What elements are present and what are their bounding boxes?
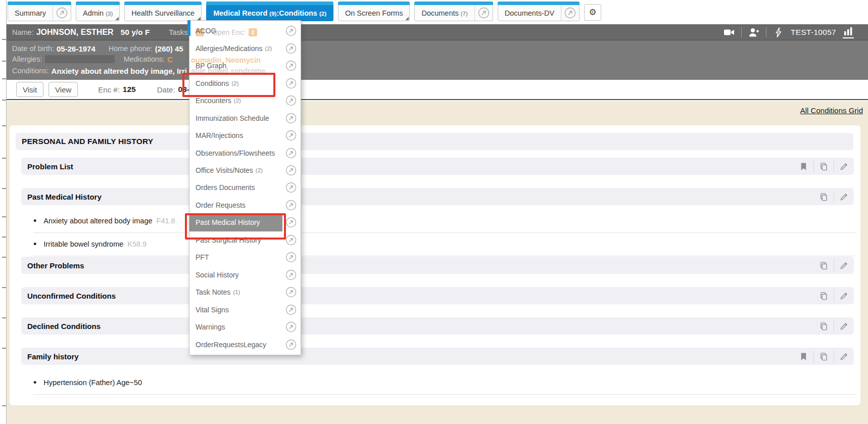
bookmark-icon[interactable] [799,352,808,361]
bullet-icon: • [33,240,36,249]
menu-item-task-notes[interactable]: Task Notes(1) [189,284,301,301]
section-family-history: Family history [21,348,854,365]
open-in-new-icon[interactable] [285,287,297,298]
edit-pencil-icon[interactable] [839,352,849,361]
copy-icon[interactable] [819,321,829,331]
open-in-new-icon[interactable] [285,165,297,176]
open-in-new-icon[interactable] [285,234,297,246]
list-item: • Hypertension (Father) Age~50 [33,371,857,395]
bookmark-icon[interactable] [799,162,808,171]
bar-chart-icon[interactable] [843,26,854,38]
menu-item-warnings[interactable]: Warnings [189,318,301,336]
visit-button[interactable]: Visit [16,82,43,97]
menu-item-observations-flowsheets[interactable]: Observations/Flowsheets [189,144,301,161]
divider [813,350,814,362]
open-in-new-icon[interactable] [285,339,297,350]
edit-pencil-icon[interactable] [839,162,849,171]
edit-pencil-icon[interactable] [839,321,849,331]
gutter-tick [2,78,6,79]
tab-summary-open-button[interactable] [53,2,71,21]
annotation-box-conditions [182,73,275,97]
copy-icon[interactable] [819,261,829,270]
edit-pencil-icon[interactable] [839,291,849,301]
edit-pencil-icon[interactable] [839,261,849,270]
menu-item-pft[interactable]: PFT [189,249,301,266]
enc-number-value: 125 [123,85,136,94]
open-in-new-icon[interactable] [285,25,297,36]
dob-value: 05-26-1974 [57,44,95,53]
view-button[interactable]: View [49,82,78,97]
medications-value: C [167,55,173,64]
menu-item-office-visits-notes[interactable]: Office Visits/Notes(2) [189,162,301,179]
copy-icon[interactable] [819,192,829,202]
copy-icon[interactable] [819,162,829,171]
tab-medical-record[interactable]: Medical Record (9) :Conditions (2) [206,2,333,21]
gutter-tick [2,100,6,101]
menu-item-social-history[interactable]: Social History [189,266,301,284]
divider [834,320,834,332]
tab-count: (7) [461,10,468,17]
all-conditions-grid-link[interactable]: All Conditions Grid [800,106,863,115]
video-camera-icon[interactable] [724,27,735,38]
settings-button[interactable]: ⚙ [584,4,601,21]
gutter-tick [2,158,6,159]
open-in-new-icon[interactable] [285,130,297,141]
open-in-new-icon[interactable] [285,200,297,211]
open-in-new-icon[interactable] [285,321,297,333]
gutter-tick [2,216,6,217]
tab-documents-dv-open-button[interactable] [561,2,579,21]
tab-summary[interactable]: Summary [8,2,71,21]
open-in-new-icon[interactable] [285,217,297,228]
menu-item-bp-graph[interactable]: BP Graph [189,57,301,74]
active-tab-connector [187,20,190,36]
gutter-tick [2,348,6,349]
enc-number-label: Enc #: [98,85,120,94]
lightning-icon[interactable] [773,27,784,38]
menu-item-allergies-medications[interactable]: Allergies/Medications(2) [189,39,301,57]
menu-item-immunization-schedule[interactable]: Immunization Schedule [189,109,301,126]
open-in-new-icon[interactable] [285,252,297,263]
gutter-tick [2,39,6,40]
personal-family-history-panel: PERSONAL AND FAMILY HISTORY Problem List… [10,125,860,405]
copy-icon[interactable] [819,352,829,361]
gutter-tick [2,287,6,288]
open-in-new-icon[interactable] [285,43,297,54]
menu-item-mar-injections[interactable]: MAR/Injections [189,127,301,144]
tasks-label: Tasks [169,28,187,36]
gutter-tick [2,257,6,258]
open-in-new-icon[interactable] [285,182,297,193]
open-in-new-icon[interactable] [285,113,297,124]
menu-item-acog[interactable]: ACOG [189,22,301,39]
conditions-label: Conditions: [12,67,49,75]
menu-item-vital-signs[interactable]: Vital Signs [189,301,301,318]
open-in-new-icon[interactable] [285,304,297,315]
conditions-value: Anxiety about altered body image, Irri [52,67,187,75]
open-in-new-icon[interactable] [285,60,297,71]
menu-item-orders-documents[interactable]: Orders Documents [189,179,301,196]
patient-demographics: Date of birth: 05-26-1974 Home phone: (2… [6,40,868,76]
tab-health-surveillance[interactable]: Health Surveillance [124,2,202,21]
tab-on-screen-forms[interactable]: On Screen Forms [338,2,410,21]
open-in-new-icon[interactable] [285,148,297,159]
medications-label: Medications: [124,55,165,63]
edit-pencil-icon[interactable] [839,192,849,202]
tab-documents[interactable]: Documents (7) [414,2,493,21]
gutter-tick [2,61,6,62]
copy-icon[interactable] [819,291,829,301]
list-item: • Irritable bowel syndrome K58.9 [33,232,857,256]
home-phone-value: (260) 45 [155,44,183,53]
account-number: TEST-10057 [791,28,836,37]
menu-item-orderrequestslegacy[interactable]: OrderRequestsLegacy [189,336,301,353]
open-in-new-icon[interactable] [285,95,297,106]
gutter-tick [2,237,6,238]
tab-documents-dv[interactable]: Documents-DV [498,2,580,21]
allergies-label: Allergies: [12,55,42,63]
tab-documents-open-button[interactable] [474,2,493,21]
add-person-icon[interactable] [748,27,759,38]
open-in-new-icon[interactable] [285,269,297,280]
bullet-icon: • [33,378,36,387]
annotation-box-past-medical-history [185,213,286,240]
tab-admin[interactable]: Admin (3) [76,2,120,21]
open-in-new-icon[interactable] [285,78,297,89]
menu-item-order-requests[interactable]: Order Requests [189,197,301,214]
